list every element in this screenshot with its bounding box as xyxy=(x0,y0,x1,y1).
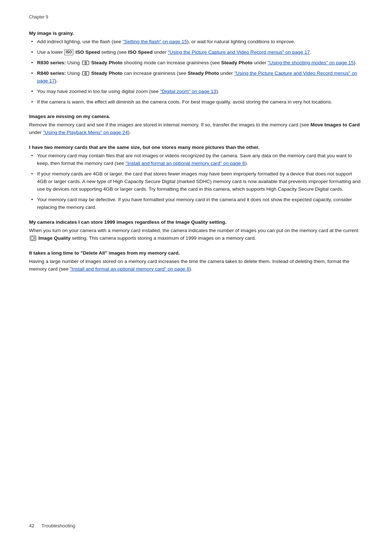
link-picture-capture-iso[interactable]: "Using the Picture Capture and Video Rec… xyxy=(168,49,310,55)
section-two-cards: I have two memory cards that are the sam… xyxy=(29,145,363,211)
page-container: Chapter 9 My image is grainy. Add indire… xyxy=(0,0,392,543)
link-playback-menu[interactable]: "Using the Playback Menu" on page 24 xyxy=(43,130,128,135)
section-grainy: My image is grainy. Add indirect lightin… xyxy=(29,31,363,106)
body-text-1999: When you turn on your camera with a memo… xyxy=(29,227,363,242)
steady-icon-r830 xyxy=(82,60,89,66)
footer-section-label: Troubleshooting xyxy=(41,523,75,528)
footer-page-number: 42 xyxy=(29,523,34,528)
link-install-format-1[interactable]: "Install and format an optional memory c… xyxy=(126,161,245,166)
section-heading-two-cards: I have two memory cards that are the sam… xyxy=(29,145,363,150)
steady-icon-r840 xyxy=(82,70,89,76)
list-item: Use a lower ISO ISO Speed setting (see I… xyxy=(29,49,363,56)
link-install-format-2[interactable]: "Install and format an optional memory c… xyxy=(70,266,189,272)
section-delete-all: It takes a long time to "Delete All" ima… xyxy=(29,250,363,273)
list-item: Your memory card may contain files that … xyxy=(29,152,363,167)
section-heading-delete-all: It takes a long time to "Delete All" ima… xyxy=(29,250,363,256)
svg-point-2 xyxy=(85,62,86,64)
list-item: Your memory card may be defective. If yo… xyxy=(29,196,363,211)
link-setting-flash[interactable]: "Setting the flash" on page 15 xyxy=(123,39,187,44)
section-heading-1999: My camera indicates I can store 1999 ima… xyxy=(29,219,363,225)
list-item: Add indirect lighting, use the flash (se… xyxy=(29,38,363,46)
section-heading-grainy: My image is grainy. xyxy=(29,31,363,36)
list-item: You may have zoomed in too far using dig… xyxy=(29,88,363,96)
bullet-list-two-cards: Your memory card may contain files that … xyxy=(29,152,363,211)
image-quality-icon xyxy=(30,235,36,241)
link-digital-zoom[interactable]: "Digital zoom" on page 13 xyxy=(160,89,216,94)
svg-point-5 xyxy=(85,73,86,74)
page-footer: 42 Troubleshooting xyxy=(29,523,363,528)
section-heading-missing: Images are missing on my camera. xyxy=(29,114,363,119)
list-item: If the camera is warm, the effect will d… xyxy=(29,98,363,106)
chapter-label: Chapter 9 xyxy=(29,15,363,20)
list-item: R840 series: Using Steady Photo can incr… xyxy=(29,70,363,85)
list-item: R830 series: Using Steady Photo shooting… xyxy=(29,59,363,67)
section-1999-images: My camera indicates I can store 1999 ima… xyxy=(29,219,363,242)
body-text-delete-all: Having a large number of images stored o… xyxy=(29,258,363,273)
list-item: If your memory cards are 4GB or larger, … xyxy=(29,170,363,193)
bullet-list-grainy: Add indirect lighting, use the flash (se… xyxy=(29,38,363,106)
iso-badge: ISO xyxy=(64,49,73,55)
svg-rect-7 xyxy=(31,237,34,240)
link-shooting-modes-r830[interactable]: "Using the shooting modes" on page 15 xyxy=(268,60,354,65)
body-text-missing: Remove the memory card and see if the im… xyxy=(29,121,363,137)
section-missing: Images are missing on my camera. Remove … xyxy=(29,114,363,137)
